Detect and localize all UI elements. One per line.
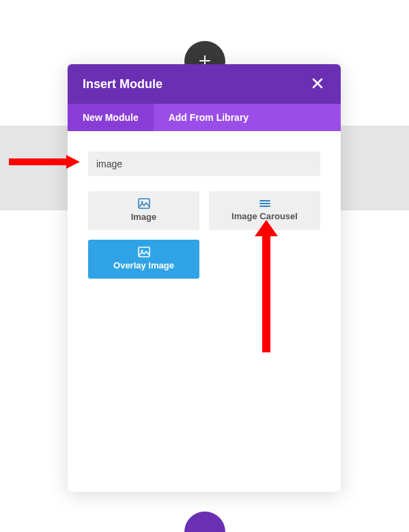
annotation-arrow-up: [255, 220, 278, 352]
close-icon: [312, 75, 323, 92]
svg-marker-10: [255, 220, 278, 236]
image-icon: [138, 198, 150, 209]
modal-body: Image Image Carousel Overlay Image: [68, 131, 341, 299]
annotation-arrow-right: [9, 155, 80, 169]
svg-marker-8: [66, 155, 80, 169]
tab-add-from-library[interactable]: Add From Library: [154, 104, 264, 131]
search-input[interactable]: [88, 152, 320, 176]
module-image[interactable]: Image: [88, 191, 199, 230]
svg-rect-5: [139, 247, 150, 257]
modal-title: Insert Module: [83, 77, 163, 92]
svg-rect-0: [139, 199, 150, 208]
carousel-icon: [259, 199, 271, 208]
module-overlay-image[interactable]: Overlay Image: [88, 240, 199, 279]
overlay-image-icon: [138, 247, 150, 257]
tabs: New Module Add From Library: [68, 104, 341, 131]
svg-point-1: [141, 201, 143, 203]
module-overlay-image-label: Overlay Image: [113, 260, 174, 270]
module-grid: Image Image Carousel Overlay Image: [88, 191, 320, 279]
purple-circle-button[interactable]: [184, 512, 225, 532]
module-image-label: Image: [131, 212, 157, 222]
close-button[interactable]: [309, 76, 326, 92]
insert-module-modal: Insert Module New Module Add From Librar…: [68, 64, 341, 492]
svg-point-6: [141, 249, 143, 251]
tab-new-module[interactable]: New Module: [68, 104, 154, 131]
modal-header: Insert Module: [68, 64, 341, 104]
